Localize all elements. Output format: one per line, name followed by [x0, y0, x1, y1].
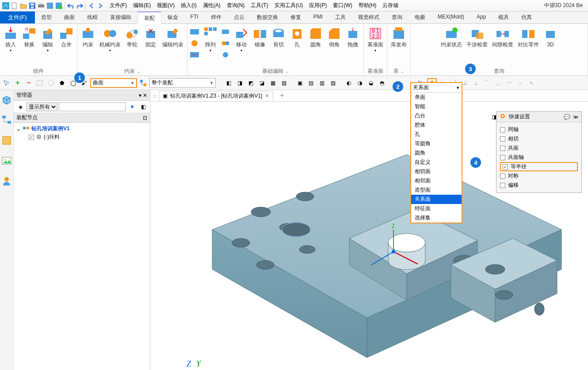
dropdown-item[interactable]: 单面 — [411, 93, 462, 102]
home-icon[interactable]: ⌂ — [153, 93, 156, 99]
t-icon[interactable]: ◩ — [246, 78, 256, 88]
person-nav-icon[interactable] — [0, 175, 13, 187]
menu-app[interactable]: 应用(P) — [307, 1, 328, 10]
ribbon-tab[interactable]: MEX(Mold) — [431, 11, 470, 23]
dropdown-item[interactable]: 圆角 — [411, 148, 462, 158]
ribbon-tab-active[interactable]: 装配 — [137, 11, 161, 24]
dropdown-item[interactable]: 腔体 — [411, 121, 462, 130]
menu-query[interactable]: 查询(N) — [225, 1, 247, 10]
fillet-button[interactable]: 圆角 — [308, 26, 324, 67]
ribbon-tab[interactable]: 点云 — [228, 11, 251, 23]
ribbon-tab[interactable]: 数据交换 — [251, 11, 284, 23]
dropdown-item[interactable]: 等圆角 — [411, 139, 462, 148]
t-icon[interactable]: ◓ — [377, 78, 387, 88]
arc-icon[interactable]: ⌒ — [482, 78, 492, 88]
dropdown-header[interactable]: 关系面▼ — [411, 83, 462, 93]
scope-combo[interactable]: 整个装配▼ — [149, 78, 216, 88]
t-icon[interactable]: ◪ — [257, 78, 267, 88]
ribbon-tab[interactable]: 工具 — [329, 11, 352, 23]
menu-view[interactable]: 视图(V) — [155, 1, 176, 10]
drag-button[interactable]: 拖拽 — [345, 26, 361, 67]
save-icon[interactable] — [28, 2, 36, 10]
ribbon-tab[interactable]: 视觉样式 — [352, 11, 386, 23]
constraint-status-button[interactable]: 约束状态 — [440, 26, 463, 67]
ribbon-tab[interactable]: 曲面 — [58, 11, 81, 23]
small-icon[interactable] — [190, 27, 200, 37]
dropdown-item[interactable]: 孔 — [411, 130, 462, 139]
ribbon-tab[interactable]: App — [470, 11, 492, 23]
interference-button[interactable]: 干涉检查 — [466, 26, 489, 67]
menu-file[interactable]: 文件(F) — [108, 1, 129, 10]
select-icon[interactable] — [2, 78, 11, 88]
menu-tools[interactable]: 工具(T) — [249, 1, 270, 10]
3d-button[interactable]: 3D — [542, 26, 558, 67]
quick-item[interactable]: 对称 — [500, 171, 578, 181]
dropdown-item-selected[interactable]: 关系面 — [411, 195, 462, 204]
replace-button[interactable]: 替换 — [21, 26, 37, 67]
quick-item[interactable]: 偏移 — [500, 181, 578, 190]
saveas-icon[interactable] — [46, 2, 54, 10]
show-all-select[interactable]: 显示所有 — [27, 102, 57, 111]
insert-button[interactable]: 插入▾ — [3, 26, 19, 67]
small-icon[interactable] — [221, 39, 231, 49]
tangent-icon[interactable]: ◡ — [493, 78, 503, 88]
dropdown-item[interactable]: 凸台 — [411, 111, 462, 121]
tree-icon[interactable] — [138, 78, 148, 88]
quick-item[interactable]: 共面 — [500, 143, 578, 153]
ribbon-tab[interactable]: 直接编辑 — [104, 11, 137, 23]
t-icon[interactable]: ▦ — [268, 78, 278, 88]
back-icon[interactable] — [88, 2, 95, 10]
ribbon-tab[interactable]: 电极 — [409, 11, 431, 23]
forward-icon[interactable] — [96, 2, 104, 10]
dropdown-item[interactable]: 相邻面 — [411, 176, 462, 185]
edit-button[interactable]: 编辑▾ — [40, 26, 56, 67]
lasso-icon[interactable] — [46, 78, 56, 88]
t-icon[interactable]: ▤ — [306, 78, 316, 88]
ribbon-tab[interactable]: 焊件 — [205, 11, 228, 23]
relation-face-dropdown[interactable]: 关系面▼ 单面 智能 凸台 腔体 孔 等圆角 圆角 自定义 相切面 相邻面 造型… — [410, 82, 462, 223]
add-icon[interactable]: ＋ — [13, 78, 23, 88]
quick-item[interactable]: 相切 — [500, 134, 578, 143]
small-icon[interactable] — [190, 39, 200, 49]
filter-input[interactable] — [59, 102, 126, 111]
remove-icon[interactable]: － — [24, 78, 34, 88]
menu-cloud[interactable]: 云存储 — [381, 1, 400, 10]
box-nav-icon[interactable] — [0, 134, 13, 147]
datum-plane-button[interactable]: 9 11 2基准面▾ — [367, 26, 384, 67]
menu-util[interactable]: 实用工具(U) — [273, 1, 305, 10]
t-icon[interactable]: ▥ — [317, 78, 327, 88]
dropdown-item[interactable]: 特征面 — [411, 204, 462, 213]
quick-item-equal-radius[interactable]: ✓等半径 — [500, 162, 578, 171]
dropdown-item[interactable]: 相切面 — [411, 167, 462, 176]
ribbon-tab[interactable]: 线框 — [81, 11, 104, 23]
pin-icon[interactable]: ▾ — [139, 92, 141, 98]
dropdown-item[interactable]: 智能 — [411, 102, 462, 111]
document-tab[interactable]: ▣ 钻孔培训案例V1.Z3 - [钻孔培训案例V1] ✕ — [159, 91, 273, 101]
lib-publish-button[interactable]: 库发布 — [390, 26, 408, 67]
undo-icon[interactable] — [67, 2, 75, 10]
circle-icon[interactable]: ○ — [515, 78, 525, 88]
update-icon[interactable] — [55, 2, 63, 10]
small-icon[interactable] — [221, 50, 231, 60]
t-icon[interactable]: ◨ — [235, 78, 244, 88]
close-tab-icon[interactable]: ✕ — [265, 93, 269, 99]
t-icon[interactable]: ◒ — [366, 78, 376, 88]
ribbon-tab[interactable]: 查询 — [386, 11, 409, 23]
box-select-icon[interactable] — [35, 78, 45, 88]
compare-button[interactable]: 对比零件 — [517, 26, 540, 67]
open-icon[interactable] — [19, 2, 27, 10]
cube-icon[interactable] — [0, 94, 13, 106]
constraint-button[interactable]: 约束 — [80, 26, 96, 67]
pattern-button[interactable]: 阵列▾ — [202, 26, 218, 67]
ribbon-tab[interactable]: 修复 — [284, 11, 307, 23]
mech-constraint-button[interactable]: 机械约束▾ — [99, 26, 122, 67]
edit-constraint-button[interactable]: 编辑约束 — [161, 26, 184, 67]
pin-icon[interactable]: ≫ — [573, 114, 579, 120]
menu-insert[interactable]: 插入(I) — [179, 1, 198, 10]
ribbon-tab[interactable]: FTI — [184, 11, 205, 23]
print-icon[interactable] — [37, 2, 45, 10]
filter-combo-1[interactable]: 曲面▼ — [90, 78, 137, 88]
ribbon-tab[interactable]: 模具 — [492, 11, 515, 23]
t-icon[interactable]: ▨ — [328, 78, 338, 88]
dropdown-item[interactable]: 自定义 — [411, 158, 462, 167]
